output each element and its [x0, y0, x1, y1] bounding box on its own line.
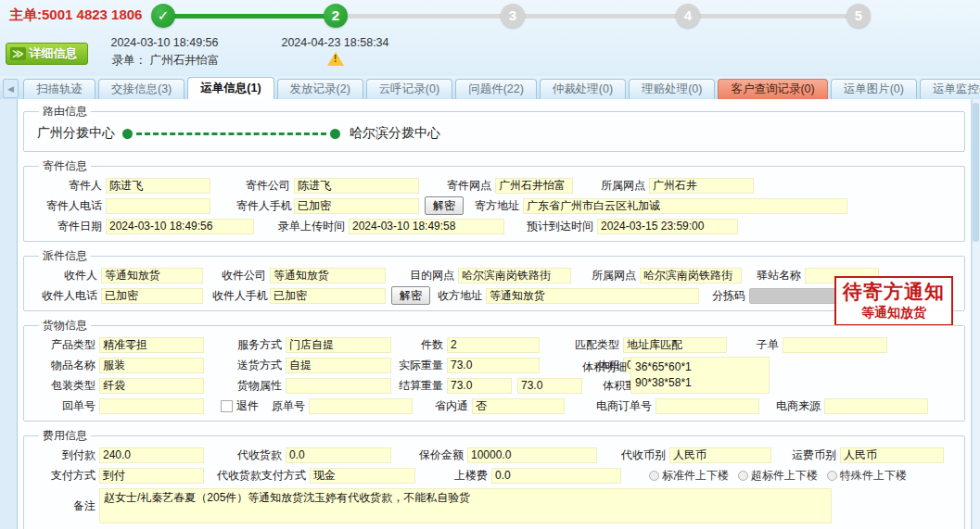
original-no-field[interactable] — [309, 398, 413, 414]
return-checkbox[interactable] — [221, 400, 233, 412]
collection-label: 代收货款 — [232, 447, 286, 463]
detail-info-button[interactable]: ≫ 详细信息 — [6, 43, 88, 65]
tab-release-record[interactable]: 发放记录(2) — [277, 79, 363, 99]
sender-phone-field[interactable] — [106, 198, 210, 214]
upload-time-field[interactable]: 2024-03-10 18:49:58 — [349, 219, 504, 234]
warning-icon: ! — [327, 52, 344, 66]
radio-oversize-updown[interactable] — [738, 471, 748, 481]
tab-waybill-monitor[interactable]: 运单监控(1) — [920, 79, 980, 99]
delivery-mode-field[interactable]: 自提 — [286, 358, 391, 373]
sender-name-field[interactable]: 陈进飞 — [106, 178, 210, 194]
remark-field[interactable]: 赵女士/礼秦艺春夏（205件）等通知放货沈玉婷有代收货款，不能私自验货 — [99, 488, 832, 523]
section-goods-legend: 货物信息 — [39, 318, 91, 334]
sender-row-1: 寄件人 陈进飞 寄件公司 陈进飞 寄件网点 广州石井怡富 所属网点 广州石井 — [30, 175, 959, 195]
fees-row-2: 支付方式 到付 代收货款支付方式 现金 上楼费 0.0 标准件上下楼 超标件上下… — [30, 465, 959, 485]
cod-field[interactable]: 240.0 — [99, 447, 204, 463]
tab-scroll-left-button[interactable]: ◀ — [3, 79, 19, 98]
tab-cloud-call-record[interactable]: 云呼记录(0) — [366, 79, 452, 99]
receipt-no-field[interactable] — [99, 398, 204, 414]
original-no-label: 原单号 — [264, 398, 309, 414]
goods-attr-field[interactable] — [286, 378, 391, 394]
pieces-field[interactable]: 2 — [447, 337, 540, 353]
collection-field[interactable]: 0.0 — [286, 447, 391, 463]
station-name-label: 驿站名称 — [753, 268, 805, 283]
volume-detail-field[interactable]: 36*65*60*190*38*58*1 — [630, 357, 770, 394]
receiver-owner-branch-label: 所属网点 — [582, 268, 640, 283]
sender-date-field[interactable]: 2024-03-10 18:49:56 — [106, 219, 254, 234]
pay-method-field[interactable]: 到付 — [99, 468, 204, 484]
volume-detail-line2: 90*38*58*1 — [635, 376, 692, 389]
goods-row-4: 回单号 退件 原单号 省内通 否 电商订单号 电商来源 — [30, 396, 959, 416]
progress-step-4: 4 — [676, 4, 700, 28]
receiver-owner-branch-field[interactable]: 哈尔滨南岗铁路街 — [640, 268, 742, 283]
route-row: 广州分拨中心 哈尔滨分拨中心 — [30, 120, 959, 146]
actual-weight-field[interactable]: 73.0 — [447, 358, 540, 373]
receiver-row-2: 收件人电话 已加密 收件人手机 已加密 解密 收方地址 等通知放货 分拣码 — [30, 285, 959, 306]
settle-weight-field-1[interactable]: 73.0 — [447, 378, 512, 394]
province-pass-field[interactable]: 否 — [472, 398, 565, 414]
scroll-left-icon: ◀ — [7, 84, 14, 94]
return-flag-label: 退件 — [236, 398, 264, 414]
ec-order-field[interactable] — [655, 398, 759, 414]
tab-customer-query-record[interactable]: 客户查询记录(0) — [718, 79, 827, 99]
product-type-label: 产品类型 — [30, 337, 99, 353]
tab-claims[interactable]: 理赔处理(0) — [629, 79, 715, 99]
sub-order-field[interactable] — [783, 337, 887, 353]
check-icon: ✓ — [158, 7, 170, 23]
sender-mobile-field[interactable]: 已加密 — [294, 198, 419, 214]
product-type-field[interactable]: 精准零担 — [99, 337, 204, 353]
package-type-field[interactable]: 纤袋 — [99, 378, 204, 394]
radio-standard-updown[interactable] — [649, 471, 659, 481]
receiver-name-field[interactable]: 等通知放货 — [101, 268, 203, 283]
tab-arbitration[interactable]: 仲裁处理(0) — [540, 79, 626, 99]
receiver-company-label: 收件公司 — [212, 268, 270, 283]
collect-currency-field[interactable]: 人民币 — [669, 447, 771, 463]
tab-scan-track[interactable]: 扫描轨迹 — [23, 79, 95, 99]
tab-handover-info[interactable]: 交接信息(3) — [98, 79, 185, 99]
goods-attr-label: 货物属性 — [232, 378, 286, 394]
dest-branch-field[interactable]: 哈尔滨南岗铁路街 — [458, 268, 571, 283]
service-mode-field[interactable]: 门店自提 — [286, 337, 391, 353]
sender-branch-field[interactable]: 广州石井怡富 — [495, 178, 573, 194]
receiver-address-field[interactable]: 等通知放货 — [486, 288, 699, 304]
insured-field[interactable]: 10000.0 — [467, 447, 597, 463]
receiver-phone-label: 收件人电话 — [30, 288, 101, 304]
scrollbar-thumb[interactable] — [973, 103, 979, 242]
tab-waybill-info[interactable]: 运单信息(1) — [187, 77, 274, 99]
content-panel: 路由信息 广州分拨中心 哈尔滨分拨中心 寄件信息 寄件人 陈进飞 寄件公司 陈进… — [17, 99, 972, 529]
route-from: 广州分拨中心 — [37, 125, 115, 142]
master-label: 主单: — [9, 6, 42, 22]
radio-special-updown[interactable] — [827, 471, 837, 481]
tab-waybill-images[interactable]: 运单图片(0) — [831, 79, 917, 99]
route-to: 哈尔滨分拨中心 — [350, 125, 440, 142]
sender-decrypt-button[interactable]: 解密 — [425, 196, 464, 215]
receiver-company-field[interactable]: 等通知放货 — [270, 268, 386, 283]
vertical-scrollbar[interactable] — [972, 99, 980, 529]
sender-phone-label: 寄件人电话 — [30, 198, 106, 214]
sender-owner-branch-field[interactable]: 广州石井 — [649, 178, 754, 194]
item-name-field[interactable]: 服装 — [99, 358, 204, 373]
collect-pay-method-field[interactable]: 现金 — [310, 468, 415, 484]
receiver-phone-field[interactable]: 已加密 — [101, 288, 203, 304]
eta-field[interactable]: 2024-03-15 23:59:00 — [597, 219, 738, 234]
sender-branch-label: 寄件网点 — [438, 178, 495, 194]
eta-label: 预计到达时间 — [512, 219, 597, 234]
ec-source-field[interactable] — [824, 398, 928, 414]
province-pass-label: 省内通 — [426, 398, 472, 414]
tab-problem-item[interactable]: 问题件(22) — [455, 79, 537, 99]
sender-company-field[interactable]: 陈进飞 — [294, 178, 419, 194]
sender-name-label: 寄件人 — [30, 178, 106, 194]
receiver-decrypt-button[interactable]: 解密 — [391, 286, 430, 305]
match-type-field[interactable]: 地址库匹配 — [623, 337, 727, 353]
section-receiver: 派件信息 收件人 等通知放货 收件公司 等通知放货 目的网点 哈尔滨南岗铁路街 … — [23, 248, 965, 311]
freight-currency-field[interactable]: 人民币 — [840, 447, 944, 463]
upload-time-label: 录单上传时间 — [263, 219, 349, 234]
volume-detail-line1: 36*65*60*1 — [635, 360, 692, 373]
floor-fee-field[interactable]: 0.0 — [491, 468, 621, 484]
receiver-mobile-label: 收件人手机 — [212, 288, 270, 304]
sub-order-label: 子单 — [745, 337, 783, 353]
sender-company-label: 寄件公司 — [236, 178, 294, 194]
ec-source-label: 电商来源 — [767, 398, 824, 414]
sender-address-field[interactable]: 广东省广州市白云区礼加诚 — [523, 198, 847, 214]
receiver-mobile-field[interactable]: 已加密 — [270, 288, 386, 304]
